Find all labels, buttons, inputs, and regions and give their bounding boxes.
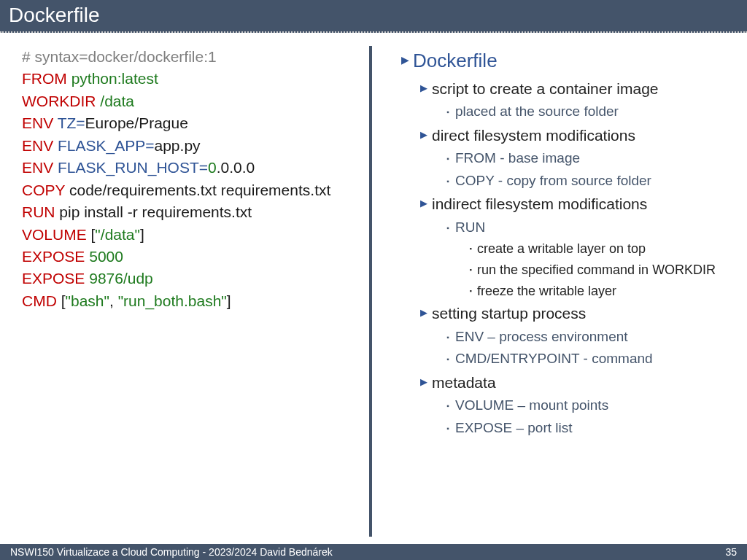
outline-item: ▶direct filesystem modifications	[416, 123, 732, 148]
outline-item: ▶metadata	[416, 370, 732, 395]
code-line: EXPOSE 9876/udp	[22, 268, 357, 289]
outline-subitem: ▪placed at the source folder	[441, 101, 732, 122]
square-bullet-icon: ▪	[441, 326, 455, 343]
slide-title: Dockerfile	[9, 4, 99, 26]
code-line: COPY code/requirements.txt requirements.…	[22, 179, 357, 201]
slide-body: # syntax=docker/dockerfile:1 FROM python…	[0, 33, 747, 544]
square-bullet-icon: ▪	[441, 348, 455, 365]
triangle-bullet-icon: ▶	[416, 192, 432, 211]
outline-subitem: ▪COPY - copy from source folder	[441, 170, 732, 192]
outline-item: ▶setting startup process	[416, 301, 732, 326]
outline-subitem: ▪ENV – process environment	[441, 326, 732, 348]
square-bullet-icon: ▪	[464, 281, 477, 296]
outline-item: ▶indirect filesystem modifications	[416, 192, 732, 217]
outline-subsubitem: ▪create a writable layer on top	[464, 238, 732, 260]
outline-subsubitem: ▪freeze the writable layer	[464, 281, 732, 302]
square-bullet-icon: ▪	[464, 260, 477, 275]
code-line: ENV FLASK_RUN_HOST=0.0.0.0	[22, 157, 357, 179]
outline: ▶ Dockerfile ▶script to create a contain…	[375, 46, 740, 537]
square-bullet-icon: ▪	[441, 147, 455, 165]
code-line: FROM python:latest	[22, 68, 357, 90]
triangle-bullet-icon: ▶	[416, 123, 432, 143]
code-line: ENV TZ=Europe/Prague	[22, 112, 357, 134]
triangle-bullet-icon: ▶	[416, 370, 432, 390]
code-line: WORKDIR /data	[22, 90, 357, 112]
square-bullet-icon: ▪	[441, 170, 455, 187]
outline-subsubitem: ▪run the specified command in WORKDIR	[464, 260, 732, 281]
footer-text: NSWI150 Virtualizace a Cloud Computing -…	[10, 546, 333, 558]
code-line: # syntax=docker/dockerfile:1	[22, 46, 357, 68]
outline-item: ▶script to create a container image	[416, 77, 732, 101]
slide-header: Dockerfile	[0, 0, 747, 33]
outline-subitem: ▪EXPOSE – port list	[441, 417, 732, 439]
outline-title: Dockerfile	[413, 46, 732, 77]
triangle-bullet-icon: ▶	[397, 46, 413, 68]
code-line: RUN pip install -r requirements.txt	[22, 201, 357, 223]
code-line: CMD ["bash", "run_both.bash"]	[22, 290, 357, 312]
square-bullet-icon: ▪	[441, 394, 455, 412]
outline-subitem: ▪VOLUME – mount points	[441, 394, 732, 416]
column-divider	[369, 46, 372, 537]
code-block: # syntax=docker/dockerfile:1 FROM python…	[7, 46, 366, 537]
outline-subitem: ▪CMD/ENTRYPOINT - command	[441, 348, 732, 370]
triangle-bullet-icon: ▶	[416, 77, 432, 96]
code-line: ENV FLASK_APP=app.py	[22, 135, 357, 157]
code-line: EXPOSE 5000	[22, 246, 357, 268]
outline-subitem: ▪RUN	[441, 217, 732, 238]
square-bullet-icon: ▪	[441, 217, 455, 234]
triangle-bullet-icon: ▶	[416, 301, 432, 321]
slide-footer: NSWI150 Virtualizace a Cloud Computing -…	[0, 544, 747, 560]
code-line: VOLUME ["/data"]	[22, 224, 357, 246]
square-bullet-icon: ▪	[441, 417, 455, 435]
outline-subitem: ▪FROM - base image	[441, 147, 732, 169]
square-bullet-icon: ▪	[441, 101, 455, 118]
outline-title-row: ▶ Dockerfile	[397, 46, 732, 77]
page-number: 35	[725, 546, 737, 558]
square-bullet-icon: ▪	[464, 238, 477, 254]
